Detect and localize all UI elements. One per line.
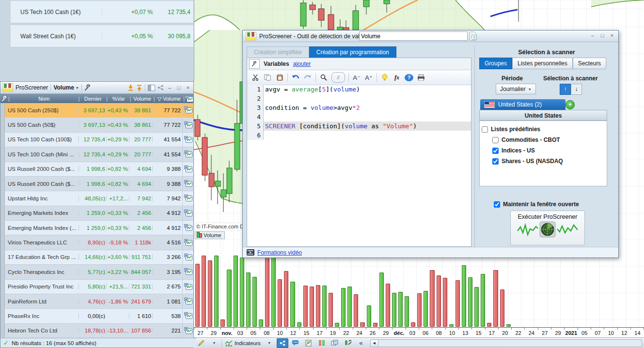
watchlist-row[interactable]: Wall Street Cash (1€)+0,05 %30 095,8 bbox=[11, 25, 193, 47]
result-row[interactable]: Upstart Hldg Inc48,05(c)+17,2...7 9427 9… bbox=[0, 191, 193, 206]
header-wrench-icon[interactable] bbox=[0, 96, 8, 102]
open-chart-icon[interactable] bbox=[182, 147, 193, 161]
window-maximize-button[interactable]: □ bbox=[599, 32, 606, 38]
screener-settings-wrench-icon[interactable] bbox=[84, 84, 91, 91]
chart-horizontal-scrollbar[interactable]: ◀ bbox=[370, 339, 642, 347]
result-row[interactable]: US Tech 100 Cash (100$)12 735,4+0,29 %20… bbox=[0, 133, 193, 147]
open-chart-icon[interactable] bbox=[182, 294, 193, 308]
code-line[interactable]: 4 bbox=[247, 112, 471, 121]
result-row[interactable]: PainReform Ltd4,76(c)-1,86 %241 6791 081 bbox=[0, 294, 193, 309]
group-tab-united-states[interactable]: United States (2) bbox=[480, 99, 565, 110]
open-chart-icon[interactable] bbox=[182, 191, 193, 205]
list-checkbox[interactable] bbox=[492, 148, 499, 154]
settings-wrench-button[interactable] bbox=[342, 338, 354, 348]
panel-maximize-button[interactable]: □ bbox=[175, 85, 182, 91]
screener-name-input[interactable] bbox=[359, 31, 468, 41]
open-chart-icon[interactable] bbox=[182, 206, 193, 220]
tab-secteurs[interactable]: Secteurs bbox=[573, 58, 606, 69]
scroll-left-button[interactable]: ◀ bbox=[371, 340, 378, 346]
selection-down-button[interactable]: ↓ bbox=[571, 84, 582, 95]
keep-open-input[interactable] bbox=[494, 201, 500, 208]
list-checkbox-row[interactable]: Shares - US (NASDAQ bbox=[492, 156, 605, 166]
volume-pane-label[interactable]: Volume bbox=[195, 231, 225, 239]
result-row[interactable]: 17 Education & Tech Grp ...14,66(c)+3,60… bbox=[0, 250, 193, 265]
comment-icon[interactable]: // bbox=[331, 72, 345, 83]
add-variable-link[interactable]: ajouter bbox=[293, 61, 311, 67]
tab-listes-personnelles[interactable]: Listes personnelles bbox=[512, 58, 573, 69]
code-line[interactable]: 6 bbox=[247, 131, 471, 140]
result-row[interactable]: Cyclo Therapeutics Inc5,77(c)+3,22 %844 … bbox=[0, 265, 193, 279]
code-line[interactable]: 1avgv = average[5](volume) bbox=[247, 85, 471, 94]
code-text-area[interactable]: 1avgv = average[5](volume)23condition = … bbox=[247, 85, 471, 246]
code-line[interactable]: 2 bbox=[247, 94, 471, 103]
result-row[interactable]: Virios Therapeutics LLC8,90(c)-9,18 %1 1… bbox=[0, 235, 193, 250]
undo-icon[interactable] bbox=[291, 73, 300, 82]
column-header-dernier[interactable]: Dernier bbox=[80, 96, 106, 102]
video-trainings-link[interactable]: Formations vidéo bbox=[257, 249, 302, 256]
open-chart-icon[interactable] bbox=[182, 280, 193, 294]
result-row[interactable]: US Tech 100 Cash (Mini ...12 735,4+0,29 … bbox=[0, 147, 193, 162]
share-button[interactable] bbox=[277, 338, 288, 348]
results-table-header[interactable]: |Nom|Dernier|%Var|Volume|▽ Volume| bbox=[0, 94, 193, 104]
keep-window-open-checkbox[interactable]: Maintenir la fenêtre ouverte bbox=[494, 201, 579, 208]
result-row[interactable]: PhaseRx Inc0,00(c)1 610538 bbox=[0, 309, 193, 323]
column-header-volume[interactable]: ▽ Volume bbox=[156, 96, 183, 102]
tab-creation-simplifiee[interactable]: Création simplifiée bbox=[247, 46, 309, 58]
variables-wrench-icon[interactable] bbox=[249, 59, 260, 69]
open-chart-icon[interactable] bbox=[182, 103, 193, 117]
decrease-font-icon[interactable]: A⁻ bbox=[352, 73, 361, 82]
result-row[interactable]: Emerging Markets Index1 259,0+0,33 %2 45… bbox=[0, 206, 193, 221]
column-header-volume[interactable]: Volume bbox=[131, 96, 153, 102]
layout-icon[interactable] bbox=[148, 85, 155, 91]
list-checkbox[interactable] bbox=[492, 158, 499, 165]
print-icon[interactable] bbox=[417, 73, 425, 82]
list-checkbox-row[interactable]: Commodities - CBOT bbox=[492, 135, 605, 145]
panel-minimize-button[interactable]: – bbox=[166, 85, 173, 91]
code-line[interactable]: 3condition = volume>avgv*2 bbox=[247, 103, 471, 112]
code-line[interactable]: 5SCREENER [condition](volume as "Volume"… bbox=[247, 121, 471, 131]
collapse-toolbar-button[interactable]: « bbox=[355, 338, 367, 348]
indicators-dropdown[interactable]: ▼ bbox=[264, 338, 275, 348]
result-row[interactable]: Emerging Markets Index (...1 259,0+0,33 … bbox=[0, 221, 193, 235]
open-chart-icon[interactable] bbox=[182, 265, 193, 279]
screener-selector-dropdown[interactable]: Volume▼ bbox=[53, 84, 79, 91]
periode-dropdown[interactable]: Journalier▼ bbox=[496, 84, 536, 94]
panel-close-button[interactable]: × bbox=[185, 85, 191, 91]
import-icon[interactable] bbox=[127, 85, 134, 91]
open-chart-icon[interactable] bbox=[182, 118, 193, 132]
open-chart-icon[interactable] bbox=[182, 250, 193, 264]
execute-proscreener-button[interactable]: Exécuter ProScreener bbox=[510, 211, 585, 245]
increase-font-icon[interactable]: A⁺ bbox=[364, 73, 373, 82]
tab-creation-programmation[interactable]: Création par programmation bbox=[309, 46, 396, 58]
open-chart-icon[interactable] bbox=[182, 235, 193, 249]
result-row[interactable]: US 500 Cash (50$)3 697,13+0,43 %38 86177… bbox=[0, 118, 193, 132]
indicators-button[interactable]: Indicateurs bbox=[223, 338, 262, 348]
draw-tool-button[interactable] bbox=[195, 338, 207, 348]
chat-button[interactable] bbox=[290, 338, 301, 348]
proscreener-panel-titlebar[interactable]: ProScreener Volume▼ – □ bbox=[0, 82, 193, 94]
copy-icon[interactable] bbox=[263, 73, 272, 82]
open-chart-icon[interactable] bbox=[182, 221, 193, 235]
add-group-button[interactable]: + bbox=[565, 100, 575, 109]
selection-up-button[interactable]: ↑ bbox=[560, 84, 571, 95]
column-header-nom[interactable]: Nom bbox=[10, 96, 78, 102]
export-icon[interactable] bbox=[136, 85, 142, 91]
tab-groupes[interactable]: Groupes bbox=[479, 58, 512, 69]
share-panel-icon[interactable] bbox=[157, 85, 164, 91]
help-doc-icon[interactable]: ? bbox=[469, 31, 477, 41]
open-chart-icon[interactable] bbox=[182, 324, 193, 338]
draw-tool-dropdown[interactable]: ▼ bbox=[208, 338, 220, 348]
open-chart-icon[interactable] bbox=[182, 177, 193, 191]
list-checkbox[interactable] bbox=[482, 126, 488, 133]
window-close-button[interactable]: × bbox=[609, 32, 615, 38]
column-header-var[interactable]: %Var bbox=[108, 96, 129, 102]
result-row[interactable]: US Russell 2000 Cash ($...1 998,6+0,82 %… bbox=[0, 177, 193, 191]
header-chart-icon[interactable] bbox=[185, 95, 193, 103]
chart-window-button[interactable] bbox=[329, 338, 341, 348]
window-minimize-button[interactable]: – bbox=[589, 32, 596, 38]
result-row[interactable]: US 500 Cash (250$)3 697,13+0,43 %38 8617… bbox=[0, 103, 193, 118]
hint-bulb-icon[interactable] bbox=[380, 73, 389, 82]
open-chart-icon[interactable] bbox=[182, 133, 193, 147]
list-checkbox[interactable] bbox=[492, 137, 499, 143]
paste-icon[interactable] bbox=[275, 73, 284, 82]
